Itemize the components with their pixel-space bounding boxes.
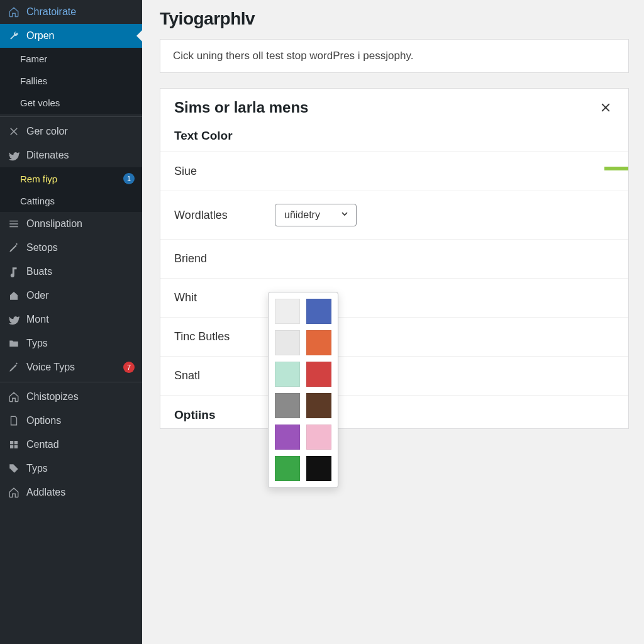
sidebar-submenu-2: Rem fiyp 1 Cattings <box>0 167 142 212</box>
house-icon <box>8 6 20 18</box>
home-icon <box>8 289 20 302</box>
sidebar-item-label: Get voles <box>20 97 60 108</box>
sidebar-item-get-voles[interactable]: Get voles <box>0 92 142 114</box>
sidebar-item-label: Ditenates <box>26 150 69 161</box>
setting-row-briend: Briend <box>160 240 628 279</box>
options-heading: Optiins <box>160 396 628 428</box>
document-icon <box>8 414 20 427</box>
sidebar-item-oder[interactable]: Oder <box>0 284 142 308</box>
close-icon <box>8 125 20 138</box>
sidebar-item-addlates[interactable]: Addlates <box>0 480 142 504</box>
sidebar-item-label: Setops <box>26 242 58 253</box>
sidebar-item-chratoirate[interactable]: Chratoirate <box>0 0 142 24</box>
bird-icon <box>8 313 20 326</box>
setting-label: Briend <box>174 252 275 265</box>
card-title: Sims or larla mens <box>174 99 308 116</box>
sidebar-item-rem-fiyp[interactable]: Rem fiyp 1 <box>0 167 142 190</box>
color-swatch[interactable] <box>275 393 300 418</box>
color-swatch[interactable] <box>275 456 300 481</box>
setting-label: Siue <box>174 165 275 178</box>
notification-badge: 1 <box>123 173 135 184</box>
color-picker-popup <box>268 292 338 488</box>
sidebar-item-ger-color[interactable]: Ger color <box>0 119 142 143</box>
section-heading: Text Color <box>160 123 628 152</box>
sidebar-item-label: Addlates <box>26 487 65 498</box>
sidebar: Chratoirate Orpen Famer Fallies Get vole… <box>0 0 142 644</box>
sidebar-item-options[interactable]: Options <box>0 409 142 433</box>
sidebar-item-label: Chratoirate <box>26 6 76 18</box>
sidebar-item-typs-2[interactable]: Typs <box>0 457 142 480</box>
sidebar-submenu-1: Famer Fallies Get voles <box>0 48 142 114</box>
sidebar-item-fallies[interactable]: Fallies <box>0 70 142 92</box>
color-swatch[interactable] <box>306 362 331 387</box>
pencil-icon <box>8 242 20 254</box>
tag-icon <box>8 462 20 475</box>
sidebar-item-mont[interactable]: Mont <box>0 308 142 331</box>
sidebar-item-label: Centad <box>26 439 59 450</box>
card-header: Sims or larla mens <box>160 89 628 123</box>
grid-icon <box>8 438 20 451</box>
sidebar-item-label: Voice Typs <box>26 362 75 373</box>
sidebar-item-label: Famer <box>20 53 47 64</box>
color-swatch[interactable] <box>306 330 331 355</box>
main-content: Tyiogarphlv Cick uning thers oll test st… <box>142 0 644 644</box>
color-swatch[interactable] <box>275 330 300 355</box>
sidebar-item-setops[interactable]: Setops <box>0 236 142 260</box>
house-icon <box>8 486 20 499</box>
notification-badge: 7 <box>123 362 135 373</box>
sidebar-item-label: Typs <box>26 338 48 349</box>
setting-row-wordlatles: Wordlatles uñidetry <box>160 191 628 240</box>
sidebar-item-label: Ger color <box>26 126 68 137</box>
sidebar-divider <box>0 382 142 382</box>
color-swatch[interactable] <box>306 393 331 418</box>
color-swatch[interactable] <box>275 299 300 324</box>
close-icon <box>599 101 612 114</box>
sidebar-item-typs[interactable]: Typs <box>0 331 142 355</box>
house-icon <box>8 391 20 403</box>
sidebar-item-centad[interactable]: Centad <box>0 433 142 457</box>
close-button[interactable] <box>597 99 614 116</box>
setting-label: Tinc Butles <box>174 330 275 343</box>
sidebar-item-label: Onnslipation <box>26 218 82 230</box>
info-text: Cick uning thers oll test stop wordPres … <box>173 50 413 62</box>
sidebar-item-onnslipation[interactable]: Onnslipation <box>0 212 142 236</box>
setting-label: Wordlatles <box>174 209 275 222</box>
sidebar-item-voice-typs[interactable]: Voice Typs 7 <box>0 355 142 379</box>
sidebar-item-famer[interactable]: Famer <box>0 48 142 70</box>
setting-label: Snatl <box>174 369 275 382</box>
color-swatch[interactable] <box>306 456 331 481</box>
wordlatles-select[interactable]: uñidetry <box>275 204 357 226</box>
sidebar-item-orpen[interactable]: Orpen <box>0 24 142 48</box>
sidebar-item-label: Fallies <box>20 75 47 86</box>
folder-icon <box>8 337 20 350</box>
sidebar-item-label: Rem fiyp <box>20 174 57 184</box>
settings-card: Sims or larla mens Text Color Siue Wordl… <box>160 88 629 429</box>
sidebar-item-label: Typs <box>26 463 48 474</box>
sidebar-item-buats[interactable]: Buats <box>0 260 142 284</box>
color-swatch[interactable] <box>275 362 300 387</box>
sidebar-item-label: Buats <box>26 266 52 277</box>
setting-row-whit: Whit <box>160 279 628 318</box>
info-box: Cick uning thers oll test stop wordPres … <box>160 39 629 73</box>
sidebar-item-ditenates[interactable]: Ditenates <box>0 143 142 167</box>
setting-row-snatl: Snatl <box>160 357 628 396</box>
sidebar-item-chistopizes[interactable]: Chistopizes <box>0 385 142 409</box>
sidebar-item-label: Mont <box>26 314 49 325</box>
note-icon <box>8 265 20 278</box>
sidebar-item-label: Cattings <box>20 196 55 206</box>
color-swatch[interactable] <box>275 425 300 450</box>
sidebar-divider <box>0 116 142 117</box>
page-title: Tyiogarphlv <box>160 9 629 29</box>
color-swatch[interactable] <box>306 299 331 324</box>
sidebar-item-label: Orpen <box>26 30 54 42</box>
menu-icon <box>8 218 20 230</box>
select-value: uñidetry <box>284 209 320 221</box>
color-swatch[interactable] <box>306 425 331 450</box>
sidebar-item-cattings[interactable]: Cattings <box>0 190 142 212</box>
setting-label: Whit <box>174 291 275 304</box>
setting-row-siue: Siue <box>160 152 628 191</box>
chevron-down-icon <box>340 209 350 221</box>
setting-row-tinc-butles: Tinc Butles <box>160 318 628 357</box>
sidebar-item-label: Options <box>26 415 61 426</box>
wrench-icon <box>8 30 20 42</box>
